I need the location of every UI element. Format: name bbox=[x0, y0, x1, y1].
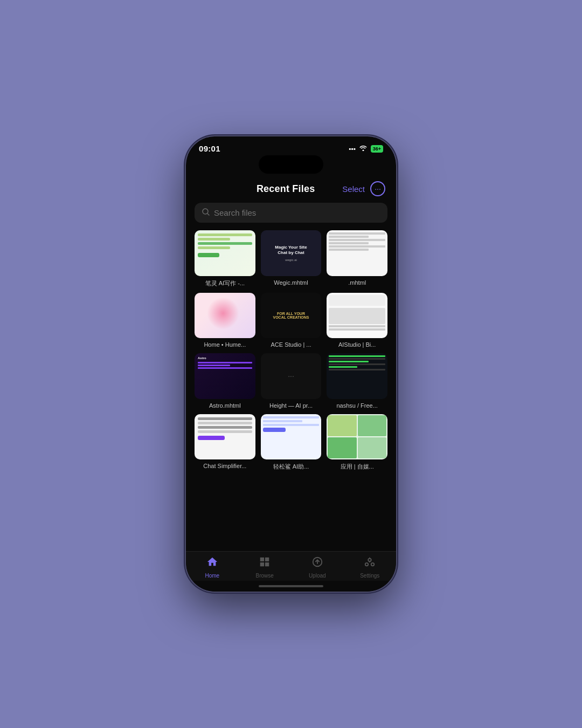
file-name-3: .mhtml bbox=[327, 279, 387, 286]
file-thumb-12 bbox=[327, 414, 387, 460]
file-name-12: 应用 | 自媒... bbox=[327, 463, 387, 471]
more-icon: ··· bbox=[375, 184, 381, 193]
file-item-11[interactable]: 轻松鲨 AI助... bbox=[261, 414, 322, 471]
file-item-9[interactable]: nashsu / Free... bbox=[327, 353, 387, 409]
nav-item-settings[interactable]: Settings bbox=[344, 556, 397, 579]
svg-point-8 bbox=[371, 563, 375, 566]
nav-label-upload: Upload bbox=[309, 573, 326, 579]
search-icon bbox=[202, 208, 210, 217]
file-row-2: Home • Hume... FOR ALL YOURVOCAL CREATIO… bbox=[195, 293, 387, 348]
status-bar: 09:01 ▪▪▪ 36+ bbox=[186, 136, 396, 155]
battery-badge: 36+ bbox=[371, 145, 383, 153]
file-name-8: Height — AI pr... bbox=[261, 402, 322, 409]
file-thumb-1 bbox=[195, 230, 255, 276]
dynamic-island bbox=[259, 155, 323, 174]
file-thumb-8: ··· bbox=[261, 353, 322, 399]
search-bar[interactable] bbox=[195, 203, 387, 223]
home-icon bbox=[206, 556, 218, 571]
file-name-4: Home • Hume... bbox=[195, 341, 255, 348]
phone-frame: 09:01 ▪▪▪ 36+ Recent Files Select bbox=[186, 136, 396, 592]
file-name-7: Astro.mhtml bbox=[195, 402, 255, 409]
header-actions: Select ··· bbox=[342, 181, 385, 196]
nav-item-home[interactable]: Home bbox=[186, 556, 239, 579]
file-item-7[interactable]: Astro Astro.mhtml bbox=[195, 353, 255, 409]
nav-item-browse[interactable]: Browse bbox=[239, 556, 292, 579]
file-grid: 笔灵 AI写作 -... Magic Your SiteChat by Chat… bbox=[186, 230, 396, 551]
home-indicator bbox=[186, 581, 396, 592]
file-thumb-9 bbox=[327, 353, 387, 399]
file-thumb-10 bbox=[195, 414, 255, 460]
bottom-nav: Home Browse Upload bbox=[186, 551, 396, 581]
file-item-3[interactable]: .mhtml bbox=[327, 230, 387, 287]
file-item-2[interactable]: Magic Your SiteChat by Chat wegic.ai Weg… bbox=[261, 230, 322, 287]
file-thumb-11 bbox=[261, 414, 322, 460]
file-row-4: Chat Simplifier... 轻松鲨 AI助... bbox=[195, 414, 387, 471]
page-title: Recent Files bbox=[257, 183, 315, 195]
file-item-1[interactable]: 笔灵 AI写作 -... bbox=[195, 230, 255, 287]
nav-label-home: Home bbox=[205, 573, 219, 579]
search-input[interactable] bbox=[214, 208, 380, 217]
file-thumb-7: Astro bbox=[195, 353, 255, 399]
svg-point-7 bbox=[365, 563, 369, 566]
header: Recent Files Select ··· bbox=[186, 177, 396, 203]
file-row-1: 笔灵 AI写作 -... Magic Your SiteChat by Chat… bbox=[195, 230, 387, 287]
signal-icon: ▪▪▪ bbox=[349, 145, 356, 153]
upload-icon bbox=[311, 556, 323, 571]
file-item-8[interactable]: ··· Height — AI pr... bbox=[261, 353, 322, 409]
settings-icon bbox=[364, 556, 376, 571]
phone-screen: 09:01 ▪▪▪ 36+ Recent Files Select bbox=[186, 136, 396, 592]
file-name-5: ACE Studio | ... bbox=[261, 341, 322, 348]
file-item-4[interactable]: Home • Hume... bbox=[195, 293, 255, 348]
svg-point-4 bbox=[369, 559, 372, 562]
wifi-icon bbox=[359, 145, 368, 153]
file-thumb-4 bbox=[195, 293, 255, 339]
more-button[interactable]: ··· bbox=[370, 181, 385, 196]
select-button[interactable]: Select bbox=[342, 184, 365, 194]
browse-icon bbox=[259, 556, 271, 571]
file-thumb-2: Magic Your SiteChat by Chat wegic.ai bbox=[261, 230, 322, 276]
file-name-6: AIStudio | Bi... bbox=[327, 341, 387, 348]
file-thumb-5: FOR ALL YOURVOCAL CREATIONS bbox=[261, 293, 322, 339]
file-item-6[interactable]: AIStudio | Bi... bbox=[327, 293, 387, 348]
thumb-placeholder: ··· bbox=[288, 372, 294, 380]
file-item-10[interactable]: Chat Simplifier... bbox=[195, 414, 255, 471]
file-thumb-6 bbox=[327, 293, 387, 339]
nav-item-upload[interactable]: Upload bbox=[291, 556, 344, 579]
nav-label-browse: Browse bbox=[256, 573, 274, 579]
status-time: 09:01 bbox=[199, 144, 220, 153]
file-item-12[interactable]: 应用 | 自媒... bbox=[327, 414, 387, 471]
file-name-9: nashsu / Free... bbox=[327, 402, 387, 409]
file-item-5[interactable]: FOR ALL YOURVOCAL CREATIONS ACE Studio |… bbox=[261, 293, 322, 348]
nav-label-settings: Settings bbox=[360, 573, 379, 579]
file-name-2: Wegic.mhtml bbox=[261, 279, 322, 286]
file-name-10: Chat Simplifier... bbox=[195, 463, 255, 469]
status-icons: ▪▪▪ 36+ bbox=[349, 145, 383, 153]
svg-line-1 bbox=[207, 214, 209, 215]
home-bar bbox=[259, 585, 323, 587]
file-thumb-3 bbox=[327, 230, 387, 276]
file-name-11: 轻松鲨 AI助... bbox=[261, 463, 322, 471]
file-name-1: 笔灵 AI写作 -... bbox=[195, 279, 255, 287]
file-row-3: Astro Astro.mhtml ··· Height — bbox=[195, 353, 387, 409]
